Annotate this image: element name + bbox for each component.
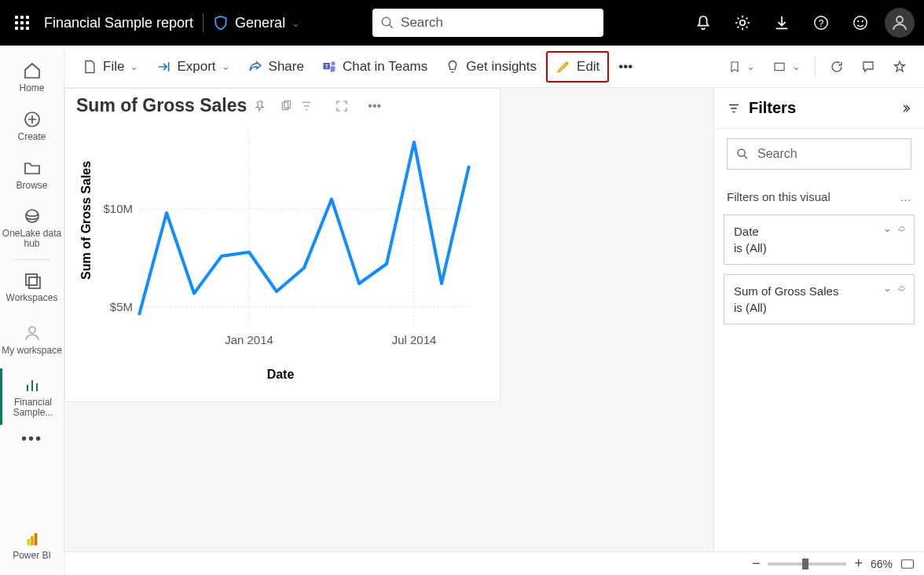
zoom-in[interactable]: + [854,555,863,572]
visual-more[interactable]: ••• [368,99,381,113]
chevron-down-icon: ⌄ [746,60,755,72]
help-icon: ? [812,14,830,31]
comment-button[interactable] [853,51,883,82]
zoom-slider[interactable] [768,562,846,566]
svg-rect-15 [31,537,34,546]
sensitivity-label[interactable]: General ⌄ [213,15,300,31]
label: Export [177,59,215,75]
content: File ⌄ Export ⌄ Share T Chat in Teams Ge… [64,46,924,575]
svg-rect-12 [29,277,40,288]
topbar: Financial Sample report General ⌄ Search… [0,0,924,46]
app-launcher[interactable] [9,10,35,35]
nav-powerbi[interactable]: Power BI [0,522,64,570]
filter-search-placeholder: Search [757,147,798,161]
chevron-down-icon: ⌄ [130,60,138,72]
zoom-out[interactable]: − [752,555,761,572]
filters-pane: Filters Search Filters on this visual … … [713,88,924,551]
svg-point-5 [854,16,867,30]
svg-text:$5M: $5M [110,300,133,313]
filter-field: Sum of Gross Sales [734,283,904,299]
divider [203,13,204,32]
settings-button[interactable] [728,8,757,38]
nav-active-report[interactable]: Financial Sample... [0,368,64,425]
filter-icon[interactable] [300,100,313,112]
zoom-level: 66% [871,558,893,570]
svg-rect-22 [284,101,290,108]
svg-point-6 [857,20,859,22]
left-nav: Home Create Browse OneLake data hub Work… [0,46,64,575]
filter-card-date[interactable]: Date is (All) ⌄ [724,214,915,265]
download-button[interactable] [767,8,797,38]
edit-button[interactable]: Edit [546,51,609,82]
eraser-icon[interactable] [896,281,908,292]
plus-circle-icon [23,110,42,129]
svg-text:?: ? [819,18,824,29]
filter-search[interactable]: Search [727,138,911,170]
refresh-icon [830,60,844,74]
more-button[interactable]: ••• [610,51,640,82]
star-icon [893,60,907,74]
chart-visual[interactable]: Sum of Gross Sales ••• Sum of Gross Sale… [64,88,500,402]
refresh-button[interactable] [822,51,852,82]
bookmark-icon [728,60,741,73]
label: Share [269,59,304,75]
copy-icon[interactable] [280,100,292,112]
svg-line-32 [744,156,747,159]
bar-chart-icon [24,375,42,394]
zoom-thumb[interactable] [802,559,808,570]
feedback-button[interactable] [845,8,875,38]
nav-label: Home [19,83,44,93]
chevron-down-icon[interactable]: ⌄ [883,281,892,295]
filter-field: Date [734,223,904,240]
card-icons: ⌄ [883,222,908,236]
get-insights-button[interactable]: Get insights [437,51,544,82]
x-axis-label: Date [267,368,295,382]
svg-point-0 [382,17,390,26]
nav-workspaces[interactable]: Workspaces [0,263,64,312]
nav-more[interactable]: ••• [21,425,42,452]
canvas-wrap: Sum of Gross Sales ••• Sum of Gross Sale… [64,88,924,551]
section-more[interactable]: … [900,190,911,203]
section-label: Filters on this visual [727,190,900,203]
file-menu[interactable]: File ⌄ [74,51,146,82]
statusbar: − + 66% [64,551,924,575]
main: Home Create Browse OneLake data hub Work… [0,46,924,575]
collapse-icon[interactable] [899,102,911,115]
notifications-button[interactable] [688,8,718,38]
search-placeholder: Search [401,15,443,31]
teams-icon: T [321,59,337,75]
nav-onelake[interactable]: OneLake data hub [0,200,64,256]
favorite-button[interactable] [885,51,915,82]
export-menu[interactable]: Export ⌄ [148,51,237,82]
toolbar: File ⌄ Export ⌄ Share T Chat in Teams Ge… [64,46,924,88]
view-button[interactable]: ⌄ [764,51,808,82]
fit-page-icon[interactable] [900,559,915,570]
avatar[interactable] [885,8,915,38]
filter-card-sales[interactable]: Sum of Gross Sales is (All) ⌄ [724,274,915,324]
nav-create[interactable]: Create [0,102,64,151]
nav-browse[interactable]: Browse [0,151,64,200]
help-button[interactable]: ? [806,8,836,38]
more-icon: ••• [618,59,632,75]
chat-teams-button[interactable]: T Chat in Teams [314,51,435,82]
comment-icon [861,60,875,74]
svg-rect-16 [34,533,37,546]
visual-icons-group [280,100,313,112]
search-input[interactable]: Search [372,9,603,37]
nav-label: Financial Sample... [2,397,64,418]
card-icons: ⌄ [883,281,908,295]
bookmark-button[interactable]: ⌄ [720,51,763,82]
nav-label: OneLake data hub [0,229,64,249]
nav-home[interactable]: Home [0,53,64,102]
nav-label: Power BI [13,551,51,561]
nav-my-workspace[interactable]: My workspace [0,312,64,368]
svg-rect-21 [283,102,288,109]
powerbi-icon [24,530,41,548]
svg-rect-20 [775,63,784,70]
focus-icon[interactable] [335,99,349,113]
eraser-icon[interactable] [896,222,908,233]
share-button[interactable]: Share [240,51,312,82]
pin-icon[interactable] [255,100,267,112]
chevron-down-icon[interactable]: ⌄ [883,222,892,236]
report-canvas[interactable]: Sum of Gross Sales ••• Sum of Gross Sale… [64,88,713,551]
